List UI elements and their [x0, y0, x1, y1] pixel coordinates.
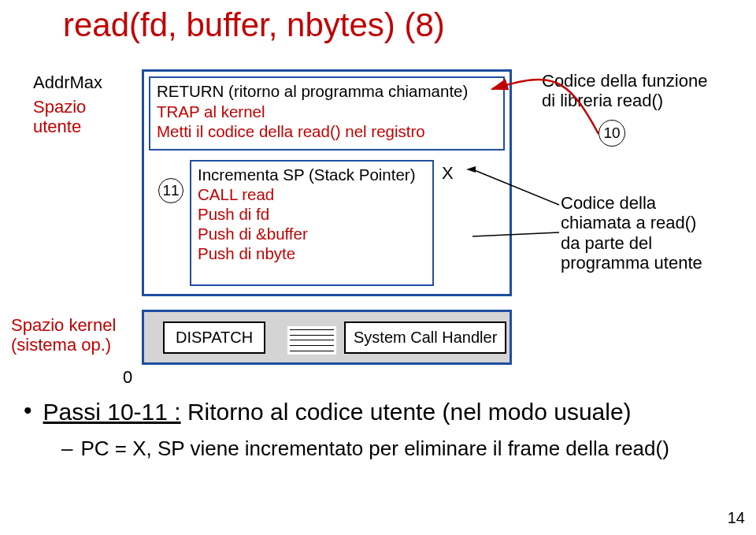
x-marker: X — [442, 163, 454, 184]
bullet-1: • Passi 10-11 : Ritorno al codice utente… — [24, 399, 732, 425]
library-code-box: RETURN (ritorno al programma chiamante) … — [149, 76, 505, 150]
bullet-dot-icon: • — [24, 399, 32, 422]
dispatch-table-icon — [287, 326, 336, 355]
dash-icon: – — [61, 437, 72, 461]
slide-title: read(fd, buffer, nbytes) (8) — [63, 6, 445, 44]
call-read-line: CALL read — [198, 184, 426, 204]
label-kernel-space: Spazio kernel (sistema op.) — [11, 315, 116, 355]
label-library-function-code: Codice della funzione di libreria read() — [542, 71, 707, 111]
bullet-1-label: Passi 10-11 : — [43, 399, 181, 425]
step-11-marker: 11 — [158, 178, 183, 203]
step-10-marker: 10 — [598, 120, 625, 147]
return-line: RETURN (ritorno al programma chiamante) — [157, 81, 497, 102]
user-space-box: RETURN (ritorno al programma chiamante) … — [142, 69, 512, 296]
label-user-space: Spazio utente — [33, 97, 86, 137]
label-addr-max: AddrMax — [33, 72, 102, 93]
push-fd-line: Push di fd — [198, 204, 426, 224]
push-nbyte-line: Push di nbyte — [198, 243, 426, 263]
dispatch-box: DISPATCH — [163, 321, 265, 354]
caller-code-box: Incrementa SP (Stack Pointer) CALL read … — [190, 160, 434, 286]
bullet-2-text: PC = X, SP viene incrementato per elimin… — [80, 437, 669, 461]
push-buffer-line: Push di &buffer — [198, 224, 426, 243]
page-number: 14 — [728, 509, 745, 527]
label-addr-zero: 0 — [123, 367, 132, 388]
put-code-line: Metti il codice della read() nel registr… — [157, 121, 497, 142]
label-caller-code: Codice della chiamata a read() da parte … — [561, 193, 702, 273]
bullet-1-rest: Ritorno al codice utente (nel modo usual… — [181, 399, 632, 425]
trap-line: TRAP al kernel — [157, 102, 497, 122]
bullet-2: – PC = X, SP viene incrementato per elim… — [61, 437, 732, 461]
syscall-handler-box: System Call Handler — [344, 321, 506, 354]
increment-sp-line: Incrementa SP (Stack Pointer) — [198, 165, 426, 184]
bullets: • Passi 10-11 : Ritorno al codice utente… — [24, 399, 732, 461]
kernel-space-box: DISPATCH System Call Handler — [142, 310, 512, 365]
